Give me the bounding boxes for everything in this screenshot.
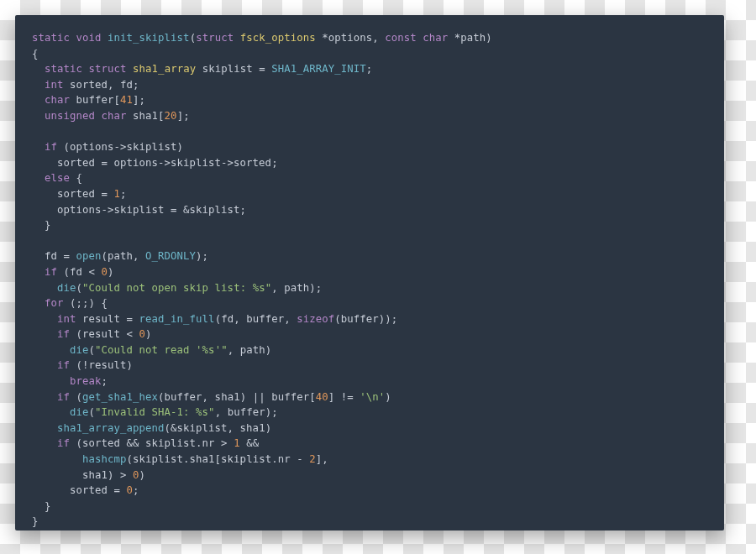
code-line: sorted = 1;: [32, 188, 127, 200]
code-line: }: [32, 500, 51, 512]
code-line: sha1) > 0): [32, 469, 145, 481]
code-line: {: [32, 48, 39, 60]
code-line: char buffer[41];: [32, 94, 145, 106]
code-line: }: [32, 219, 51, 231]
code-line: sorted = options->skiplist->sorted;: [32, 157, 278, 169]
code-line: hashcmp(skiplist.sha1[skiplist.nr - 2],: [32, 453, 328, 465]
code-block: static void init_skiplist(struct fsck_op…: [32, 30, 707, 530]
code-line: if (!result): [32, 359, 133, 371]
code-line: }: [32, 515, 39, 527]
code-line: die("Could not open skip list: %s", path…: [32, 282, 322, 294]
code-line: if (fd < 0): [32, 266, 114, 278]
code-line: sorted = 0;: [32, 484, 139, 496]
code-line: unsigned char sha1[20];: [32, 110, 190, 122]
code-line: else {: [32, 172, 82, 184]
code-line: int result = read_in_full(fd, buffer, si…: [32, 313, 397, 325]
code-line: die("Could not read '%s'", path): [32, 344, 271, 356]
code-line: for (;;) {: [32, 297, 108, 309]
code-line: static void init_skiplist(struct fsck_op…: [32, 32, 492, 44]
code-line: static struct sha1_array skiplist = SHA1…: [32, 63, 372, 75]
transparency-background: static void init_skiplist(struct fsck_op…: [0, 0, 756, 554]
code-line: if (options->skiplist): [32, 141, 183, 153]
code-line: if (result < 0): [32, 328, 152, 340]
code-line: break;: [32, 375, 108, 387]
code-line: fd = open(path, O_RDONLY);: [32, 250, 208, 262]
code-line: options->skiplist = &skiplist;: [32, 204, 246, 216]
code-line: sha1_array_append(&skiplist, sha1): [32, 422, 271, 434]
code-line: int sorted, fd;: [32, 79, 139, 91]
code-line: if (sorted && skiplist.nr > 1 &&: [32, 437, 259, 449]
code-editor-panel: static void init_skiplist(struct fsck_op…: [15, 15, 724, 530]
code-line: if (get_sha1_hex(buffer, sha1) || buffer…: [32, 391, 391, 403]
code-line: die("Invalid SHA-1: %s", buffer);: [32, 406, 278, 418]
